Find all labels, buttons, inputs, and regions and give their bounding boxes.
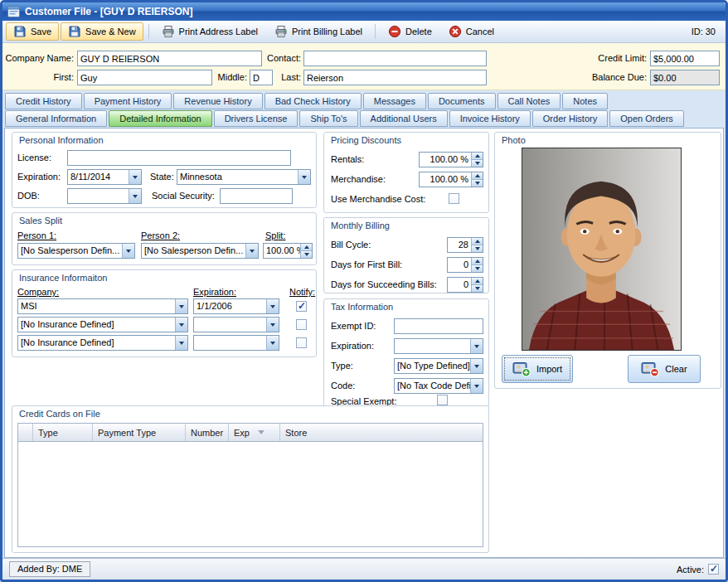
spin-up-button[interactable]	[472, 172, 483, 179]
dropdown-button[interactable]	[175, 299, 187, 313]
tax-code-dropdown[interactable]: [No Tax Code Defi...	[394, 378, 483, 394]
insurance-notify-checkbox[interactable]	[296, 319, 307, 330]
clear-photo-button[interactable]: Clear	[628, 355, 701, 383]
credit-limit-input[interactable]	[650, 51, 720, 66]
cancel-button[interactable]: Cancel	[441, 22, 502, 41]
tax-information-group: Tax Information Exempt ID: Expiration: T…	[323, 298, 489, 408]
expiration-dropdown[interactable]: 8/11/2014	[67, 169, 142, 185]
tab-open-orders[interactable]: Open Orders	[609, 110, 684, 127]
insurance-notify-checkbox[interactable]	[296, 301, 307, 312]
dropdown-button[interactable]	[470, 379, 483, 393]
import-photo-button[interactable]: Import	[502, 355, 573, 383]
spin-down-button[interactable]	[472, 179, 483, 187]
spin-up-button[interactable]	[472, 238, 483, 245]
split-spinner[interactable]: 100.00 %	[263, 243, 313, 259]
dropdown-button[interactable]	[122, 244, 134, 258]
dropdown-button[interactable]	[266, 318, 279, 332]
dropdown-button[interactable]	[470, 359, 483, 373]
days-first-bill-spinner[interactable]: 0	[447, 257, 483, 273]
dropdown-button[interactable]	[266, 299, 279, 313]
exempt-id-input[interactable]	[394, 318, 483, 334]
spin-down-button[interactable]	[472, 159, 483, 167]
spin-up-button[interactable]	[472, 278, 483, 284]
license-input[interactable]	[67, 150, 291, 166]
insurance-company-dropdown[interactable]: [No Insurance Defined]	[17, 335, 188, 351]
tab-credit-history[interactable]: Credit History	[5, 93, 82, 109]
tax-type-dropdown[interactable]: [No Type Defined]	[394, 358, 483, 374]
bill-cycle-spinner[interactable]: 28	[447, 237, 483, 253]
balance-due-input[interactable]	[650, 70, 720, 85]
detailed-information-pane: Personal Information License: Expiration…	[4, 128, 724, 558]
social-security-input[interactable]	[220, 188, 293, 204]
insurance-expiration-dropdown[interactable]: 1/1/2006	[193, 298, 279, 314]
person2-dropdown[interactable]: [No Salesperson Defin...	[141, 243, 259, 259]
insurance-expiration-dropdown[interactable]	[193, 335, 279, 351]
dropdown-button[interactable]	[266, 336, 279, 350]
dropdown-button[interactable]	[175, 318, 187, 332]
tab-notes[interactable]: Notes	[562, 93, 608, 109]
rentals-spinner[interactable]: 100.00 %	[419, 152, 483, 167]
company-name-input[interactable]	[77, 51, 262, 66]
spin-down-button[interactable]	[472, 264, 483, 272]
spin-down-button[interactable]	[301, 250, 312, 258]
tab-general-information[interactable]: General Information	[5, 110, 107, 127]
tab-documents[interactable]: Documents	[428, 93, 496, 109]
column-header-exp[interactable]: Exp	[229, 424, 280, 441]
last-name-input[interactable]	[303, 70, 487, 85]
spin-up-button[interactable]	[472, 153, 483, 159]
column-header-store[interactable]: Store	[280, 424, 483, 441]
tab-order-history[interactable]: Order History	[532, 110, 608, 127]
column-header-number[interactable]: Number	[186, 424, 229, 441]
contact-input[interactable]	[303, 51, 487, 66]
insurance-company-dropdown[interactable]: MSI	[17, 298, 188, 314]
dropdown-button[interactable]	[129, 170, 141, 184]
dropdown-button[interactable]	[175, 336, 187, 350]
tab-messages[interactable]: Messages	[363, 93, 426, 109]
person1-dropdown[interactable]: [No Salesperson Defin...	[17, 243, 135, 259]
spin-up-button[interactable]	[301, 244, 312, 250]
use-merchandise-cost-checkbox[interactable]	[449, 193, 459, 204]
insurance-company-dropdown[interactable]: [No Insurance Defined]	[17, 317, 188, 332]
merchandise-spinner[interactable]: 100.00 %	[419, 172, 483, 187]
spin-down-button[interactable]	[472, 284, 483, 292]
delete-button[interactable]: Delete	[381, 22, 439, 41]
toolbar: Save Save & New Print Address Label	[2, 21, 726, 43]
tab-detailed-information[interactable]: Detailed Information	[109, 110, 211, 127]
credit-cards-table-body[interactable]	[18, 442, 483, 546]
column-header-payment-type[interactable]: Payment Type	[93, 424, 186, 441]
tab-ship-tos[interactable]: Ship To's	[299, 110, 357, 127]
person1-label: Person 1:	[17, 230, 56, 240]
save-button[interactable]: Save	[6, 22, 59, 41]
tab-payment-history[interactable]: Payment History	[84, 93, 172, 109]
tab-drivers-license[interactable]: Drivers License	[214, 110, 298, 127]
save-and-new-label: Save & New	[85, 27, 136, 36]
insurance-expiration-dropdown[interactable]	[193, 317, 279, 332]
active-checkbox[interactable]	[708, 564, 719, 575]
print-address-label-button[interactable]: Print Address Label	[154, 22, 265, 41]
clear-photo-icon	[641, 361, 659, 377]
spin-down-button[interactable]	[472, 245, 483, 252]
tab-revenue-history[interactable]: Revenue History	[173, 93, 262, 109]
tab-call-notes[interactable]: Call Notes	[497, 93, 561, 109]
tab-invoice-history[interactable]: Invoice History	[449, 110, 531, 127]
dropdown-button[interactable]	[245, 244, 258, 258]
tax-expiration-dropdown[interactable]	[394, 338, 483, 354]
first-name-input[interactable]	[77, 70, 212, 85]
special-exempt-checkbox[interactable]	[437, 395, 448, 405]
arrow-up-icon	[475, 174, 480, 177]
days-succeeding-bills-spinner[interactable]: 0	[447, 277, 483, 293]
column-header-type[interactable]: Type	[33, 424, 93, 441]
insurance-notify-checkbox[interactable]	[296, 337, 307, 348]
spin-up-button[interactable]	[472, 258, 483, 264]
middle-name-input[interactable]	[250, 70, 273, 85]
dropdown-button[interactable]	[129, 189, 141, 203]
tab-bad-check-history[interactable]: Bad Check History	[265, 93, 362, 109]
save-and-new-button[interactable]: Save & New	[61, 22, 143, 41]
dob-dropdown[interactable]	[67, 188, 142, 204]
state-dropdown[interactable]: Minnesota	[177, 169, 311, 185]
tab-additional-users[interactable]: Additional Users	[360, 110, 448, 127]
print-billing-label-button[interactable]: Print Billing Label	[267, 22, 370, 41]
delete-label: Delete	[405, 27, 432, 36]
dropdown-button[interactable]	[298, 170, 310, 184]
dropdown-button[interactable]	[470, 339, 483, 353]
